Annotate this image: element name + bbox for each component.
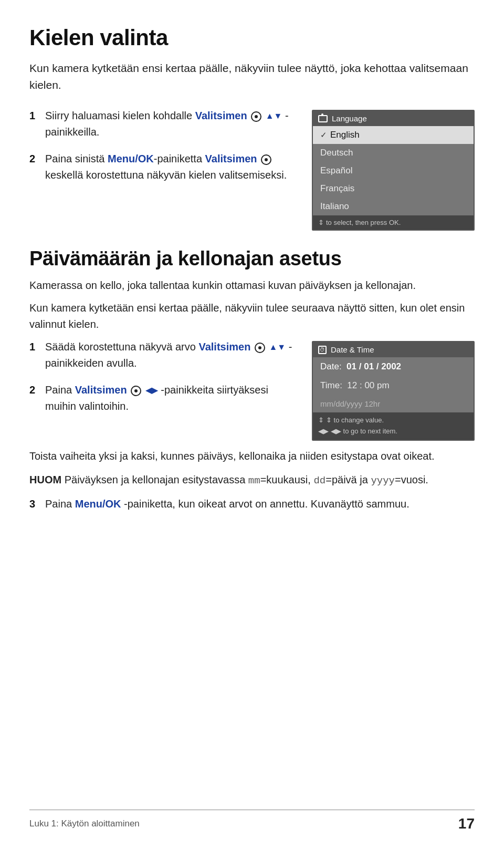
dt-footer-text1: ⇕ to change value. — [326, 415, 384, 426]
dt-footer: ⇕ ⇕ to change value. ◀▶ ◀▶ to go to next… — [313, 412, 474, 440]
huom-dd: dd — [313, 475, 326, 486]
dt-time-value: 12 : 00 pm — [347, 380, 389, 390]
step-2-bold1: Menu/OK — [108, 153, 154, 164]
arrow-updown-dt1: ▲▼ — [269, 341, 286, 354]
step-dt-2-bold: Valitsimen — [75, 384, 127, 396]
step-dt-1-text: Säädä korostettuna näkyvä arvo Valitsime… — [45, 339, 295, 371]
screen-header-title: Language — [332, 114, 367, 123]
step-dt-1-bold: Valitsimen — [198, 341, 250, 353]
selector-icon-dt2 — [131, 386, 141, 396]
step-3: 3 Paina Menu/OK -painiketta, kun oikeat … — [29, 496, 475, 512]
screen-footer-text: to select, then press OK. — [326, 219, 401, 226]
step-1-bold: Valitsimen — [195, 110, 247, 121]
lang-francais: Français — [313, 180, 474, 198]
footer-page: 17 — [458, 815, 475, 832]
dt-footer-text2: ◀▶ to go to next item. — [331, 426, 397, 437]
step-2: 2 Paina sinistä Menu/OK-painiketta Valit… — [29, 151, 295, 183]
section2-para1: Kamerassa on kello, joka tallentaa kunki… — [29, 277, 475, 294]
step-2-bold2: Valitsimen — [205, 153, 257, 164]
language-screen: Language English Deutsch Español Françai… — [312, 108, 475, 231]
section2-layout: 1 Säädä korostettuna näkyvä arvo Valitsi… — [29, 339, 475, 441]
step-1-num: 1 — [29, 108, 40, 140]
step-1-text: Siirry haluamasi kielen kohdalle Valitsi… — [45, 108, 295, 140]
page-footer: Luku 1: Käytön aloittaminen 17 — [29, 810, 475, 832]
footer-arrow-icon: ⇕ — [318, 219, 324, 226]
repeat-note: Toista vaiheita yksi ja kaksi, kunnes pä… — [29, 448, 475, 464]
section1-layout: 1 Siirry haluamasi kielen kohdalle Valit… — [29, 108, 475, 231]
huom-yyyy: yyyy — [371, 475, 395, 486]
huom-eq3: =vuosi. — [395, 474, 428, 485]
step-1: 1 Siirry haluamasi kielen kohdalle Valit… — [29, 108, 295, 140]
arrow-updown-1: ▲▼ — [266, 110, 282, 123]
step-dt-1: 1 Säädä korostettuna näkyvä arvo Valitsi… — [29, 339, 295, 371]
footer-left: Luku 1: Käytön aloittaminen — [29, 819, 140, 829]
datetime-camera-screen: ⏱ Date & Time Date: 01 / 01 / 2002 Time:… — [312, 341, 475, 441]
huom-label: HUOM — [29, 474, 61, 485]
screen-footer: ⇕ to select, then press OK. — [313, 215, 474, 230]
huom-text1: Päiväyksen ja kellonajan esitystavassa — [61, 474, 248, 485]
dt-date-label: Date: — [320, 361, 342, 371]
step-3-text: Paina Menu/OK -painiketta, kun oikeat ar… — [45, 496, 410, 512]
datetime-screen: ⏱ Date & Time Date: 01 / 01 / 2002 Time:… — [312, 339, 475, 441]
screen-header: Language — [313, 111, 474, 126]
lang-espanol: Español — [313, 162, 474, 180]
step-2-num: 2 — [29, 151, 40, 183]
step-dt-2-num: 2 — [29, 382, 40, 415]
dt-footer-line2: ◀▶ ◀▶ to go to next item. — [318, 426, 468, 437]
huom-eq1: =kuukausi, — [260, 474, 314, 485]
lang-deutsch: Deutsch — [313, 144, 474, 162]
huom-eq2: =päivä ja — [326, 474, 371, 485]
intro-paragraph: Kun kamera kytketään ensi kertaa päälle,… — [29, 60, 475, 93]
step-dt-2: 2 Paina Valitsimen ◀▶ -painikkeita siirt… — [29, 382, 295, 415]
dt-footer-line1: ⇕ ⇕ to change value. — [318, 415, 468, 426]
step-2-text: Paina sinistä Menu/OK-painiketta Valitsi… — [45, 151, 295, 183]
step-3-text2: -painiketta, kun oikeat arvot on annettu… — [121, 498, 410, 510]
huom-mm: mm — [248, 475, 260, 486]
selector-icon-1 — [251, 111, 261, 122]
dt-format-row: mm/dd/yyyy 12hr — [313, 395, 474, 412]
dt-format: mm/dd/yyyy 12hr — [320, 399, 380, 408]
language-camera-screen: Language English Deutsch Español Françai… — [312, 110, 475, 231]
section1-text: 1 Siirry haluamasi kielen kohdalle Valit… — [29, 108, 295, 194]
selector-icon-2 — [261, 154, 271, 165]
dt-time-label: Time: — [320, 380, 342, 390]
lang-english: English — [313, 126, 474, 144]
dt-header: ⏱ Date & Time — [313, 342, 474, 357]
page-title: Kielen valinta — [29, 25, 475, 50]
dt-time-row: Time: 12 : 00 pm — [313, 376, 474, 395]
lang-italiano: Italiano — [313, 198, 474, 215]
step-dt-1-num: 1 — [29, 339, 40, 371]
dt-header-title: Date & Time — [331, 345, 374, 354]
huom-block: HUOM Päiväyksen ja kellonajan esitystava… — [29, 472, 475, 489]
section2-text: 1 Säädä korostettuna näkyvä arvo Valitsi… — [29, 339, 295, 425]
section2-heading: Päivämäärän ja kellonajan asetus — [29, 247, 475, 270]
step-dt-2-text: Paina Valitsimen ◀▶ -painikkeita siirtyä… — [45, 382, 295, 415]
dt-footer-arrow1: ⇕ — [318, 415, 324, 426]
step-3-bold: Menu/OK — [75, 498, 121, 510]
dt-date-value: 01 / 01 / 2002 — [346, 361, 401, 371]
dt-footer-arrow2: ◀▶ — [318, 426, 329, 437]
step-3-num: 3 — [29, 496, 40, 512]
selector-icon-dt1 — [255, 343, 265, 353]
arrow-leftright-dt2: ◀▶ — [145, 384, 158, 397]
section2-para2: Kun kamera kytketään ensi kertaa päälle,… — [29, 300, 475, 333]
camera-icon — [318, 115, 328, 122]
clock-icon: ⏱ — [318, 346, 327, 354]
dt-date-row: Date: 01 / 01 / 2002 — [313, 357, 474, 376]
